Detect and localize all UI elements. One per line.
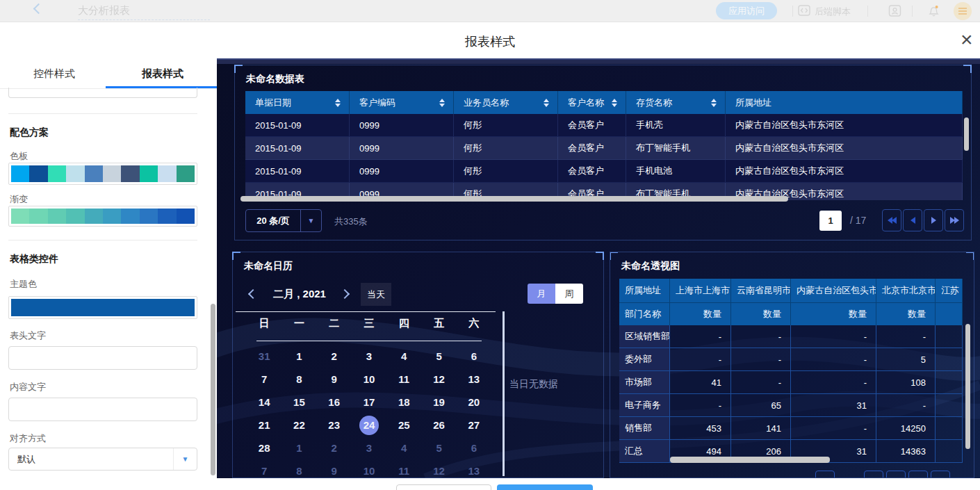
calendar-day[interactable]: 12 (421, 368, 456, 391)
month-mode-button[interactable]: 月 (528, 284, 555, 304)
horizontal-scrollbar[interactable] (240, 196, 788, 202)
sort-icon[interactable] (335, 99, 341, 107)
calendar-day[interactable]: 16 (317, 391, 352, 414)
calendar-day[interactable]: 20 (457, 391, 491, 414)
calendar-day[interactable]: 6 (457, 436, 491, 459)
page-size-select[interactable]: 20 条/页 ▼ (245, 209, 322, 232)
palette-color[interactable] (177, 165, 195, 182)
column-header[interactable]: 客户名称 (558, 91, 626, 114)
calendar-day[interactable]: 3 (352, 345, 386, 368)
calendar-day[interactable]: 15 (281, 391, 316, 414)
calendar-day[interactable]: 10 (352, 459, 386, 478)
tab-control-style[interactable]: 控件样式 (0, 58, 108, 89)
palette-swatches[interactable] (8, 163, 197, 185)
tab-report-style[interactable]: 报表样式 (108, 58, 217, 89)
table-row[interactable]: 2015-01-090999何彤会员客户手机电池内蒙古自治区包头市东河区 (245, 160, 963, 183)
sort-icon[interactable] (711, 99, 717, 107)
calendar-day[interactable]: 1 (281, 345, 316, 368)
gradient-swatches[interactable] (8, 206, 197, 227)
palette-color[interactable] (85, 165, 103, 182)
panel-scrollbar[interactable] (211, 304, 215, 475)
data-table-widget[interactable]: 未命名数据表 单据日期客户编码业务员名称客户名称存货名称所属地址2015-01-… (234, 65, 972, 240)
next-month-icon[interactable] (340, 289, 350, 299)
calendar-day[interactable]: 5 (421, 436, 456, 459)
calendar-day[interactable]: 5 (421, 345, 456, 368)
calendar-day[interactable]: 11 (386, 368, 421, 391)
palette-color[interactable] (158, 165, 176, 182)
column-header[interactable]: 存货名称 (626, 91, 726, 114)
calendar-day[interactable]: 6 (457, 345, 491, 368)
calendar-day[interactable]: 21 (247, 414, 281, 436)
bell-icon[interactable] (927, 4, 940, 20)
calendar-day[interactable]: 9 (317, 459, 352, 478)
pivot-widget[interactable]: 未命名透视图 所属地址上海市上海市云南省昆明市内蒙古自治区包头市北京市北京市江苏… (610, 252, 974, 478)
calendar-day[interactable]: 28 (247, 436, 281, 459)
sort-icon[interactable] (612, 99, 617, 107)
calendar-day[interactable]: 2 (317, 345, 352, 368)
palette-color[interactable] (103, 165, 121, 182)
last-page-button[interactable] (945, 209, 964, 231)
table-row[interactable]: 2015-01-090999何彤会员客户布丁智能手机内蒙古自治区包头市东河区 (245, 137, 963, 160)
calendar-day[interactable]: 9 (317, 368, 352, 391)
calendar-day[interactable]: 22 (281, 414, 316, 436)
backend-script-button[interactable]: 后端脚本 (815, 6, 851, 18)
calendar-day[interactable]: 18 (386, 391, 421, 414)
palette-color[interactable] (121, 165, 139, 182)
last-page-button[interactable] (931, 471, 950, 478)
sort-icon[interactable] (439, 99, 445, 107)
calendar-day[interactable]: 14 (247, 391, 281, 414)
horizontal-scrollbar[interactable] (670, 457, 830, 463)
contact-card-icon[interactable] (888, 4, 901, 20)
calendar-day[interactable]: 4 (386, 345, 421, 368)
column-header[interactable]: 业务员名称 (454, 91, 558, 114)
calendar-day[interactable]: 17 (352, 391, 386, 414)
calendar-day[interactable]: 7 (247, 459, 281, 478)
column-header[interactable]: 客户编码 (350, 91, 454, 114)
pivot-row[interactable]: 销售部453141-14250 (619, 417, 963, 440)
calendar-day[interactable]: 19 (421, 391, 456, 414)
content-text-input[interactable] (8, 398, 197, 421)
pivot-row[interactable]: 电子商务-6531- (619, 394, 963, 417)
prev-month-icon[interactable] (248, 289, 258, 299)
header-text-input[interactable] (8, 346, 197, 370)
calendar-day[interactable]: 1 (281, 436, 316, 459)
cropped-input[interactable] (8, 88, 197, 98)
align-select[interactable]: 默认 ▼ (8, 448, 197, 471)
calendar-day[interactable]: 2 (317, 436, 352, 459)
week-mode-button[interactable]: 周 (555, 284, 583, 304)
sort-icon[interactable] (544, 99, 549, 107)
calendar-day[interactable]: 3 (352, 436, 386, 459)
palette-color[interactable] (48, 165, 66, 182)
column-header[interactable]: 单据日期 (245, 91, 350, 114)
calendar-day[interactable]: 13 (457, 368, 491, 391)
calendar-day[interactable]: 31 (247, 345, 281, 368)
palette-color[interactable] (29, 165, 47, 182)
vertical-scrollbar[interactable] (964, 117, 969, 151)
app-access-button[interactable]: 应用访问 (716, 2, 777, 19)
today-button[interactable]: 当天 (361, 283, 391, 306)
pivot-row[interactable]: 区域销售部---- (619, 325, 963, 348)
cancel-button[interactable] (396, 484, 491, 490)
pivot-row[interactable]: 市场部41--108 (619, 371, 963, 394)
calendar-day[interactable]: 27 (457, 414, 491, 436)
table-row[interactable]: 2015-01-090999何彤会员客户手机壳内蒙古自治区包头市东河区 (245, 114, 963, 137)
calendar-day[interactable]: 25 (386, 414, 421, 436)
calendar-day[interactable]: 26 (421, 414, 456, 436)
calendar-day-selected[interactable]: 24 (352, 414, 386, 436)
next-page-button[interactable] (908, 471, 928, 478)
prev-page-button[interactable] (886, 471, 906, 478)
palette-color[interactable] (11, 165, 29, 182)
palette-color[interactable] (66, 165, 84, 182)
calendar-day[interactable]: 12 (421, 459, 456, 478)
palette-color[interactable] (140, 165, 158, 182)
calendar-day[interactable]: 23 (317, 414, 352, 436)
first-page-button[interactable] (882, 209, 901, 231)
calendar-day[interactable]: 7 (247, 368, 281, 391)
theme-color-picker[interactable] (8, 296, 197, 319)
vertical-scrollbar[interactable] (965, 324, 970, 449)
calendar-day[interactable]: 8 (281, 459, 316, 478)
close-icon[interactable]: × (961, 29, 973, 50)
calendar-day[interactable]: 4 (386, 436, 421, 459)
code-icon[interactable] (798, 4, 810, 19)
calendar-day[interactable]: 13 (457, 459, 491, 478)
